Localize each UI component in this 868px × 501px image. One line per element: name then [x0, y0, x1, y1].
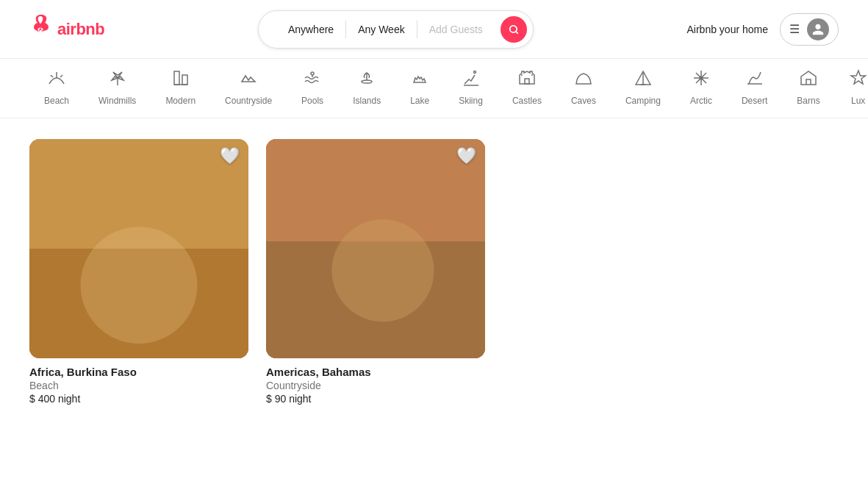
- svg-point-10: [473, 71, 476, 74]
- listing-price-1: $ 400 night: [29, 393, 248, 405]
- category-label-camping: Camping: [625, 96, 661, 106]
- listing-card-1[interactable]: 🤍 Africa, Burkina Faso Beach $ 400 night: [29, 139, 248, 408]
- category-item-caves[interactable]: Caves: [556, 59, 611, 118]
- category-item-lux[interactable]: Lux: [835, 59, 868, 118]
- svg-rect-58: [329, 304, 365, 310]
- svg-rect-29: [98, 269, 110, 300]
- listing-image-africa: [29, 139, 248, 358]
- svg-rect-43: [29, 319, 248, 358]
- svg-rect-57: [402, 269, 414, 303]
- menu-profile-button[interactable]: ☰: [780, 13, 839, 46]
- category-item-castles[interactable]: Castles: [498, 59, 556, 118]
- svg-rect-64: [266, 323, 485, 358]
- svg-point-31: [150, 201, 175, 226]
- svg-rect-4: [182, 75, 187, 85]
- category-item-lake[interactable]: Lake: [395, 59, 444, 118]
- category-label-lux: Lux: [851, 96, 865, 106]
- category-item-countryside[interactable]: Countryside: [210, 59, 287, 118]
- svg-point-8: [362, 80, 372, 83]
- lux-icon: [850, 69, 867, 90]
- listing-title-2: Americas, Bahamas: [266, 366, 485, 378]
- category-label-skiing: Skiing: [459, 96, 483, 106]
- category-item-arctic[interactable]: Arctic: [675, 59, 727, 118]
- category-item-barns[interactable]: Barns: [782, 59, 834, 118]
- category-item-windmills[interactable]: Windmills: [84, 59, 151, 118]
- svg-rect-3: [174, 71, 179, 85]
- category-label-beach: Beach: [44, 96, 69, 106]
- category-label-caves: Caves: [571, 96, 596, 106]
- barns-icon: [800, 69, 817, 90]
- svg-rect-51: [348, 272, 359, 304]
- listing-title-1: Africa, Burkina Faso: [29, 366, 248, 378]
- category-label-castles: Castles: [512, 96, 542, 106]
- svg-point-42: [173, 305, 181, 313]
- svg-point-6: [311, 72, 314, 75]
- search-any-week[interactable]: Any Week: [346, 24, 417, 35]
- category-item-skiing[interactable]: Skiing: [444, 59, 498, 118]
- countryside-icon: [240, 69, 257, 90]
- listing-type-1: Beach: [29, 380, 248, 391]
- listing-image-wrap-1: 🤍: [29, 139, 248, 358]
- search-anywhere[interactable]: Anywhere: [276, 24, 345, 35]
- svg-point-62: [384, 308, 392, 316]
- airbnb-your-home-link[interactable]: Airbnb your home: [686, 24, 768, 35]
- listings-main: 🤍 Africa, Burkina Faso Beach $ 400 night: [0, 118, 868, 428]
- category-item-modern[interactable]: Modern: [151, 59, 210, 118]
- category-item-beach[interactable]: Beach: [29, 59, 84, 118]
- svg-rect-23: [29, 139, 248, 358]
- logo[interactable]: airbnb: [29, 15, 104, 43]
- wishlist-button-1[interactable]: 🤍: [220, 148, 240, 164]
- svg-point-45: [281, 308, 469, 339]
- arctic-icon: [692, 69, 710, 90]
- category-item-camping[interactable]: Camping: [611, 59, 675, 118]
- caves-icon: [575, 69, 592, 90]
- castles-icon: [518, 69, 536, 90]
- category-item-desert[interactable]: Desert: [727, 59, 782, 118]
- wishlist-button-2[interactable]: 🤍: [456, 148, 476, 164]
- search-add-guests[interactable]: Add Guests: [417, 24, 495, 35]
- category-label-barns: Barns: [797, 96, 819, 106]
- category-label-countryside: Countryside: [225, 96, 272, 106]
- listing-image-wrap-2: 🤍: [266, 139, 485, 358]
- svg-rect-50: [331, 272, 342, 304]
- svg-rect-27: [100, 241, 111, 247]
- svg-point-38: [96, 305, 104, 313]
- svg-rect-36: [168, 264, 179, 297]
- svg-rect-48: [332, 245, 343, 252]
- nav-right: Airbnb your home ☰: [686, 13, 839, 46]
- svg-rect-32: [156, 226, 170, 265]
- lake-icon: [411, 69, 428, 90]
- svg-rect-44: [266, 139, 485, 358]
- logo-text-label: airbnb: [57, 20, 104, 39]
- svg-rect-53: [388, 229, 403, 269]
- svg-point-25: [99, 205, 124, 230]
- skiing-icon: [462, 69, 480, 90]
- svg-rect-40: [147, 299, 183, 306]
- svg-rect-37: [93, 299, 129, 306]
- category-label-islands: Islands: [353, 96, 381, 106]
- listings-grid: 🤍 Africa, Burkina Faso Beach $ 400 night: [0, 118, 514, 428]
- svg-point-24: [45, 304, 232, 335]
- svg-line-1: [516, 31, 518, 33]
- svg-point-52: [382, 202, 409, 229]
- svg-rect-34: [167, 237, 178, 244]
- svg-rect-61: [382, 304, 420, 310]
- category-item-pools[interactable]: Pools: [287, 59, 338, 118]
- svg-point-59: [331, 308, 339, 316]
- svg-rect-35: [153, 264, 164, 297]
- svg-point-60: [354, 308, 362, 316]
- pools-icon: [304, 69, 321, 90]
- svg-rect-26: [104, 230, 118, 269]
- svg-point-63: [409, 308, 417, 316]
- listing-type-2: Countryside: [266, 380, 485, 391]
- listing-card-2[interactable]: 🤍 Americas, Bahamas Countryside $ 90 nig…: [266, 139, 485, 408]
- search-button[interactable]: [501, 16, 527, 43]
- svg-rect-47: [337, 234, 351, 273]
- listing-price-2: $ 90 night: [266, 393, 485, 405]
- svg-rect-56: [386, 269, 398, 303]
- windmills-icon: [109, 69, 126, 90]
- airbnb-logo-icon: [29, 15, 51, 43]
- category-label-desert: Desert: [742, 96, 767, 106]
- category-item-islands[interactable]: Islands: [338, 59, 395, 118]
- desert-icon: [746, 69, 764, 90]
